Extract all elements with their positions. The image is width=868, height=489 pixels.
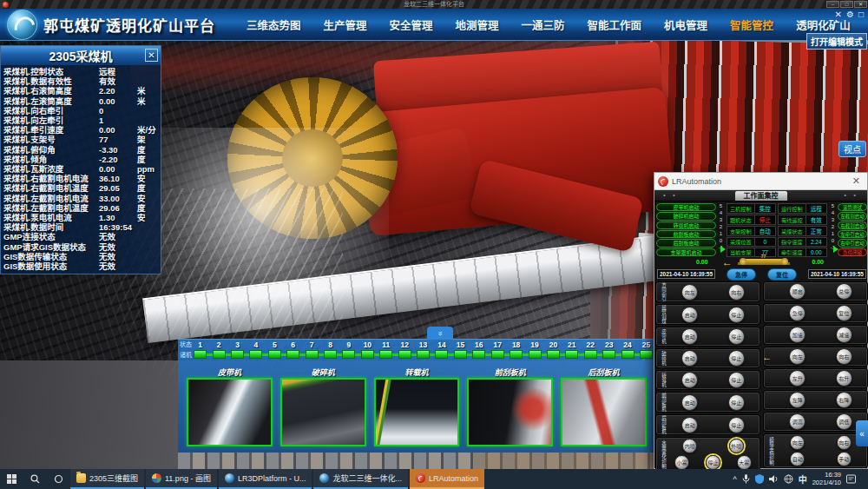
control-button[interactable]: 启动	[681, 394, 698, 411]
toolbar-icon[interactable]: ⚙	[846, 10, 854, 19]
channel-cell[interactable]: 22	[582, 340, 600, 359]
notification-center-icon[interactable]	[846, 474, 856, 484]
control-button[interactable]: 启动	[681, 307, 698, 323]
control-button[interactable]: 顺启	[789, 283, 806, 300]
channel-cell[interactable]: 7	[302, 340, 320, 359]
ime-indicator[interactable]: 中	[799, 472, 807, 486]
device-start-button[interactable]: 前刮板启动	[656, 230, 716, 238]
cutter-control-button[interactable]: 滚筒测试	[838, 203, 867, 211]
nav-item[interactable]: 智能管控	[730, 17, 773, 33]
control-button[interactable]: 停止	[728, 328, 745, 345]
minimize-button[interactable]: –	[826, 1, 839, 8]
control-button[interactable]: 调低	[836, 413, 852, 430]
device-start-button[interactable]: 破碎机启动	[656, 212, 716, 220]
channel-cell[interactable]: 18	[507, 340, 525, 359]
toolbar-icon[interactable]: ✕	[835, 10, 842, 19]
taskbar-app-item[interactable]: 2305三维截图	[70, 469, 144, 489]
control-button[interactable]: 启动	[681, 417, 698, 433]
channel-cell[interactable]: 25	[637, 340, 655, 359]
control-button[interactable]: 内喷	[682, 439, 697, 453]
control-button[interactable]: 启动	[681, 328, 698, 345]
nav-item[interactable]: 三维态势图	[247, 17, 301, 33]
channel-cell[interactable]: 1	[191, 340, 209, 359]
control-button[interactable]: 向右	[836, 348, 852, 365]
control-button[interactable]: 停止	[728, 372, 745, 388]
control-button[interactable]: 向左	[789, 348, 806, 365]
control-button[interactable]: 急停	[789, 305, 806, 321]
panel-collapse-tab[interactable]: «	[856, 420, 868, 446]
device-start-button[interactable]: 后刮板启动	[656, 239, 716, 247]
camera-feed-video[interactable]	[561, 378, 647, 446]
channel-cell[interactable]: 11	[377, 340, 395, 359]
control-button[interactable]: 启动	[681, 372, 698, 388]
nav-item[interactable]: 地测管理	[456, 17, 499, 33]
channel-cell[interactable]: 19	[525, 340, 543, 359]
control-button[interactable]: 总停	[836, 283, 852, 300]
estop-pill-button[interactable]: 急停	[727, 268, 756, 281]
channel-cell[interactable]: 15	[451, 340, 470, 359]
viewpoint-button[interactable]: 视点	[838, 141, 866, 157]
control-button[interactable]: 小雾	[674, 455, 689, 470]
control-button[interactable]: 大雾	[737, 455, 752, 470]
camera-feed-video[interactable]	[280, 378, 366, 446]
control-button[interactable]: 减速	[836, 327, 852, 343]
lr-titlebar[interactable]: LRAutomation ✕	[654, 173, 867, 190]
channel-cell[interactable]: 20	[544, 340, 562, 359]
control-button[interactable]: 左降	[789, 392, 806, 408]
cutter-control-button[interactable]: 左截割启动	[838, 212, 867, 220]
nav-item[interactable]: 智能工作面	[588, 17, 642, 33]
control-button[interactable]: 自动	[790, 452, 805, 466]
control-button[interactable]: 启动	[681, 350, 698, 367]
control-button[interactable]: 调高	[789, 413, 806, 430]
channel-cell[interactable]: 16	[470, 340, 488, 359]
control-button[interactable]: 停止	[706, 455, 720, 470]
control-button[interactable]: 向右	[728, 284, 745, 301]
strip-collapse-button[interactable]: «	[427, 327, 453, 340]
search-icon[interactable]	[23, 469, 47, 489]
task-view-icon[interactable]	[47, 469, 70, 489]
lr-close-icon[interactable]: ✕	[849, 175, 864, 187]
microphone-icon[interactable]	[742, 474, 750, 484]
camera-feed-video[interactable]	[187, 378, 273, 446]
start-button[interactable]	[0, 469, 23, 489]
channel-cell[interactable]: 9	[339, 340, 358, 359]
channel-cell[interactable]: 8	[321, 340, 339, 359]
channel-cell[interactable]: 17	[489, 340, 507, 359]
device-start-button[interactable]: 皮带机启动	[656, 203, 716, 211]
control-button[interactable]: 向右	[837, 435, 852, 450]
tray-chevron-icon[interactable]: ^	[733, 475, 736, 484]
control-button[interactable]: 停止	[728, 307, 745, 323]
control-button[interactable]: 停止	[728, 350, 745, 367]
device-start-button[interactable]: 支架跟机启动	[656, 248, 716, 256]
control-button[interactable]: 左升	[789, 370, 806, 387]
taskbar-app-item[interactable]: 11.png - 画图	[146, 469, 217, 489]
channel-cell[interactable]: 24	[618, 340, 636, 359]
device-start-button[interactable]: 转载机启动	[656, 221, 716, 229]
control-button[interactable]: 向左	[790, 435, 805, 450]
maximize-button[interactable]: □	[840, 1, 853, 8]
channel-cell[interactable]: 3	[228, 340, 247, 359]
control-button[interactable]: 停止	[728, 394, 745, 411]
nav-item[interactable]: 生产管理	[324, 17, 367, 33]
control-button[interactable]: 右降	[836, 392, 852, 408]
channel-cell[interactable]: 23	[600, 340, 618, 359]
taskbar-app-item[interactable]: LRAutomation	[410, 469, 484, 489]
channel-cell[interactable]: 13	[414, 340, 432, 359]
channel-cell[interactable]: 12	[395, 340, 413, 359]
open-edit-mode-button[interactable]: 打开编辑模式	[806, 33, 867, 50]
toolbar-icon[interactable]: □	[858, 10, 864, 19]
cutter-control-button[interactable]: 右截割启动	[838, 221, 867, 229]
taskbar-app-item[interactable]: 龙软二三维一体化...	[313, 469, 408, 489]
control-button[interactable]: 停止	[728, 417, 745, 433]
channel-cell[interactable]: 5	[266, 340, 284, 359]
cutter-control-button[interactable]: 左牵引启动	[838, 230, 867, 238]
channel-cell[interactable]: 4	[247, 340, 265, 359]
control-button[interactable]: 手动	[837, 452, 852, 466]
control-button[interactable]: 加速	[789, 327, 806, 343]
camera-feed-video[interactable]	[467, 378, 553, 446]
speaker-icon[interactable]	[769, 474, 779, 484]
reset-pill-button[interactable]: 复位	[767, 268, 797, 281]
tab-workface-control[interactable]: 工作面集控	[735, 191, 787, 201]
taskbar-app-item[interactable]: LR3DPlatform - U...	[219, 469, 312, 489]
channel-cell[interactable]: 6	[284, 340, 302, 359]
